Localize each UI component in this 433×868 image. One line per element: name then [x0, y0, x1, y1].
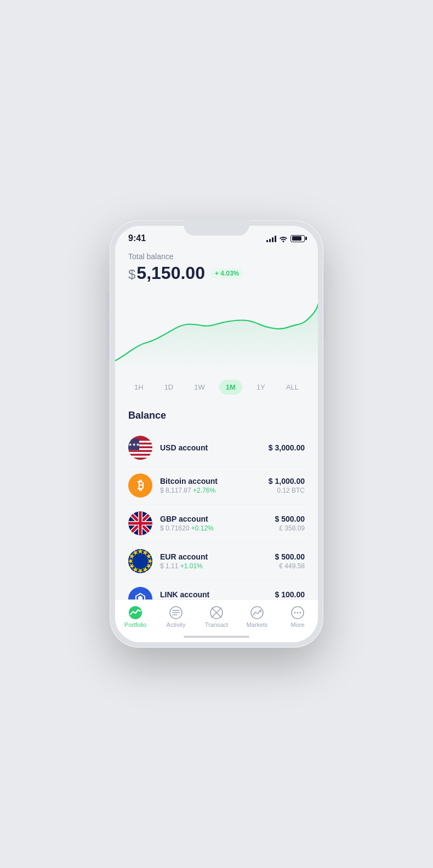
eur-account-native: € 449.58: [275, 562, 305, 570]
nav-more[interactable]: More: [281, 606, 314, 628]
btc-account-balance: $ 1,000.00 0.12 BTC: [269, 477, 305, 494]
filter-1m[interactable]: 1M: [219, 380, 242, 395]
link-account-usd-value: $ 100.00: [272, 590, 305, 599]
phone-screen: 9:41: [115, 226, 318, 642]
gbp-account-usd-value: $ 500.00: [275, 515, 305, 523]
account-item-eur[interactable]: EUR account $ 1.11 +1.01% $ 500.00 € 449…: [128, 542, 305, 580]
portfolio-icon: [128, 606, 143, 620]
filter-1d[interactable]: 1D: [158, 380, 180, 395]
battery-icon: [290, 235, 305, 242]
header-section: Total balance $5,150.00 + 4.03%: [115, 247, 318, 283]
more-nav-label: More: [290, 621, 304, 628]
btc-icon: ₿: [128, 473, 152, 498]
btc-account-usd-value: $ 1,000.00: [269, 477, 305, 486]
filter-1h[interactable]: 1H: [128, 380, 150, 395]
nav-activity[interactable]: Activity: [159, 606, 192, 628]
eur-account-balance: $ 500.00 € 449.58: [275, 552, 305, 570]
svg-rect-9: [128, 454, 152, 455]
svg-rect-8: [128, 452, 152, 454]
more-icon: [290, 606, 305, 620]
bottom-nav: Portfolio Activity: [115, 599, 318, 631]
change-badge: + 4.03%: [210, 268, 243, 279]
btc-account-sub: $ 8,117.87 +2.76%: [160, 487, 269, 494]
account-item-gbp[interactable]: GBP account $ 0.71620 +0.12% $ 500.00 £ …: [128, 505, 305, 542]
notch: [184, 220, 249, 236]
usd-account-balance: $ 3,000.00: [269, 443, 305, 452]
btc-account-native: 0.12 BTC: [269, 487, 305, 494]
svg-rect-11: [128, 458, 152, 460]
svg-point-55: [294, 612, 296, 614]
gbp-account-sub: $ 0.71620 +0.12%: [160, 524, 275, 532]
markets-nav-label: Markets: [246, 621, 267, 628]
svg-marker-39: [138, 596, 143, 599]
wifi-icon: [279, 235, 288, 242]
svg-rect-7: [128, 450, 152, 452]
gbp-account-native: £ 358.09: [275, 524, 305, 532]
account-item-btc[interactable]: ₿ Bitcoin account $ 8,117.87 +2.76% $ 1,…: [128, 467, 305, 505]
status-time: 9:41: [128, 233, 146, 243]
price-chart: [115, 283, 318, 371]
svg-point-53: [251, 607, 263, 619]
svg-rect-23: [139, 511, 142, 535]
signal-icon: [266, 235, 276, 242]
link-icon: [128, 587, 152, 599]
svg-point-25: [128, 549, 152, 573]
balance-row: $5,150.00 + 4.03%: [128, 263, 305, 283]
gbp-account-balance: $ 500.00 £ 358.09: [275, 515, 305, 532]
svg-text:★★★: ★★★: [128, 442, 140, 447]
usd-account-usd-value: $ 3,000.00: [269, 443, 305, 452]
filter-all[interactable]: ALL: [280, 380, 305, 395]
link-account-info: LINK account $ 2.70 -0.02%: [160, 590, 272, 599]
activity-nav-label: Activity: [167, 621, 186, 628]
svg-point-57: [300, 612, 301, 614]
btc-account-name: Bitcoin account: [160, 477, 269, 486]
nav-transact[interactable]: Transact: [200, 606, 233, 628]
activity-icon: [169, 606, 183, 620]
main-scroll[interactable]: Total balance $5,150.00 + 4.03%: [115, 247, 318, 599]
btc-account-info: Bitcoin account $ 8,117.87 +2.76%: [160, 477, 269, 494]
time-filters: 1H 1D 1W 1M 1Y ALL: [115, 373, 318, 401]
filter-1y[interactable]: 1Y: [250, 380, 272, 395]
filter-1w[interactable]: 1W: [187, 380, 212, 395]
usd-flag-icon: ★★★: [128, 436, 152, 460]
status-icons: [266, 235, 305, 242]
portfolio-nav-label: Portfolio: [124, 621, 146, 628]
account-item-link[interactable]: LINK account $ 2.70 -0.02% $ 100.00 37.0…: [128, 580, 305, 599]
balance-section-title: Balance: [128, 410, 305, 421]
eur-account-sub: $ 1.11 +1.01%: [160, 562, 275, 570]
home-indicator: [115, 631, 318, 642]
phone-frame: 9:41: [110, 220, 323, 648]
eur-account-name: EUR account: [160, 552, 275, 561]
transact-nav-label: Transact: [205, 621, 228, 628]
usd-account-info: USD account: [160, 443, 269, 452]
eur-icon: [128, 549, 152, 573]
balance-section: Balance: [115, 401, 318, 599]
transact-icon: [209, 606, 224, 620]
nav-portfolio[interactable]: Portfolio: [119, 606, 152, 628]
gbp-account-name: GBP account: [160, 515, 275, 523]
total-balance-label: Total balance: [128, 252, 305, 261]
eur-account-usd-value: $ 500.00: [275, 552, 305, 561]
usd-account-name: USD account: [160, 443, 269, 452]
account-item-usd[interactable]: ★★★ USD account $ 3,000.00: [128, 429, 305, 467]
link-account-name: LINK account: [160, 590, 272, 599]
eur-account-info: EUR account $ 1.11 +1.01%: [160, 552, 275, 570]
markets-icon: [250, 606, 264, 620]
nav-markets[interactable]: Markets: [241, 606, 274, 628]
balance-amount: $5,150.00: [128, 263, 205, 283]
svg-rect-10: [128, 456, 152, 458]
link-account-balance: $ 100.00 37.03 LINK: [272, 590, 305, 599]
gbp-account-info: GBP account $ 0.71620 +0.12%: [160, 515, 275, 532]
svg-point-56: [297, 612, 299, 614]
gbp-flag-icon: [128, 511, 152, 535]
